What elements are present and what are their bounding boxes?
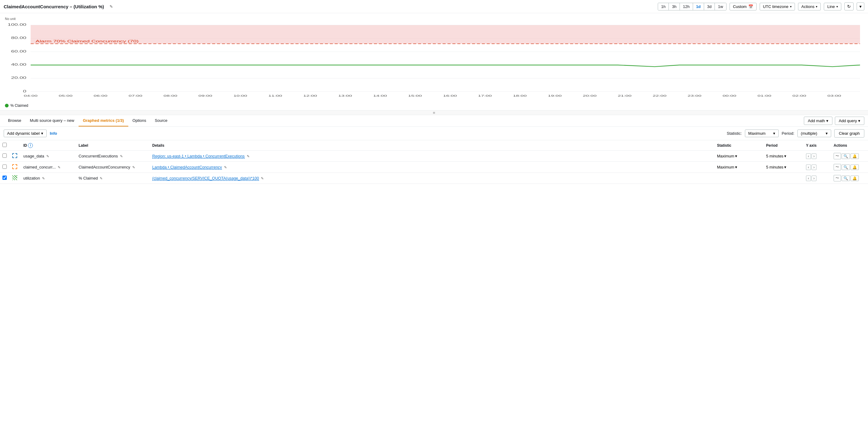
chevron-down-icon: ▾ <box>826 131 828 136</box>
row2-checkbox[interactable] <box>2 164 7 169</box>
chart-type-selector[interactable]: Line ▾ <box>824 3 841 10</box>
chevron-down-icon: ▾ <box>773 131 775 136</box>
row3-details-cell: (claimed_concurrency/SERVICE_QUOTA(usage… <box>150 173 715 184</box>
row3-label-edit-icon[interactable]: ✎ <box>100 177 102 180</box>
svg-text:0: 0 <box>23 89 26 93</box>
tab-browse[interactable]: Browse <box>4 115 26 126</box>
add-dynamic-label-button[interactable]: Add dynamic label ▾ <box>4 129 46 137</box>
clear-graph-button[interactable]: Clear graph <box>834 129 864 137</box>
row2-label-edit-icon[interactable]: ✎ <box>132 165 135 169</box>
svg-text:00:00: 00:00 <box>722 94 736 97</box>
time-12h[interactable]: 12h <box>680 3 693 10</box>
time-3d[interactable]: 3d <box>704 3 715 10</box>
svg-text:11:00: 11:00 <box>268 94 282 97</box>
chart-area[interactable]: 100.00 80.00 60.00 40.00 20.00 0 Alarm 7… <box>5 22 863 102</box>
title-edit-icon[interactable]: ✎ <box>110 4 113 9</box>
metrics-table: ID i Label Details Statistic Period Y ax… <box>0 140 868 184</box>
row2-actions-cell: 〜 🔍 🔔 <box>831 162 868 173</box>
refresh-button[interactable]: ↻ <box>844 2 854 10</box>
time-1d[interactable]: 1d <box>693 3 704 10</box>
row2-period-selector[interactable]: 5 minutes ▾ <box>766 165 786 169</box>
row2-yaxis-nav: ‹ › <box>806 164 829 170</box>
more-options-button[interactable]: ▾ <box>857 2 864 10</box>
col-header-label: Label <box>76 140 150 151</box>
table-row: utilization ✎ % Claimed ✎ (claimed_concu… <box>0 173 868 184</box>
row2-alarm-icon[interactable]: 🔔 <box>850 164 859 170</box>
tab-options[interactable]: Options <box>128 115 151 126</box>
row3-graph-icon[interactable]: 〜 <box>834 175 841 181</box>
row3-detail-edit-icon[interactable]: ✎ <box>261 177 264 180</box>
row3-checkbox[interactable] <box>2 176 7 180</box>
row1-yaxis-right[interactable]: › <box>811 153 816 159</box>
row1-stat-selector[interactable]: Maximum ▾ <box>717 154 737 158</box>
row2-id-edit-icon[interactable]: ✎ <box>58 165 60 169</box>
svg-text:23:00: 23:00 <box>687 94 701 97</box>
time-1h[interactable]: 1h <box>658 3 669 10</box>
row1-label-edit-icon[interactable]: ✎ <box>120 154 123 158</box>
row1-detail-edit-icon[interactable]: ✎ <box>247 154 250 158</box>
row2-graph-icon[interactable]: 〜 <box>834 164 841 170</box>
legend-color-dot <box>5 104 9 107</box>
row1-check-cell <box>0 151 10 162</box>
row1-graph-icon[interactable]: 〜 <box>834 153 841 159</box>
chart-svg: 100.00 80.00 60.00 40.00 20.00 0 Alarm 7… <box>5 22 863 102</box>
row3-search-icon[interactable]: 🔍 <box>842 176 850 181</box>
svg-text:04:00: 04:00 <box>24 94 37 97</box>
row3-details-link[interactable]: (claimed_concurrency/SERVICE_QUOTA(usage… <box>152 176 259 181</box>
tab-source[interactable]: Source <box>150 115 172 126</box>
row1-color-indicator <box>12 153 17 158</box>
row1-search-icon[interactable]: 🔍 <box>842 153 850 159</box>
row2-label-cell: ClaimedAccountConcurrency ✎ <box>76 162 150 173</box>
statistic-selector[interactable]: Maximum ▾ <box>745 129 779 137</box>
svg-text:01:00: 01:00 <box>757 94 771 97</box>
row1-period-cell: 5 minutes ▾ <box>764 151 804 162</box>
row1-alarm-icon[interactable]: 🔔 <box>850 153 859 159</box>
row3-label: % Claimed <box>79 176 98 181</box>
select-all-checkbox[interactable] <box>2 143 7 147</box>
y-axis-label: No unit <box>5 17 863 21</box>
row1-details-link[interactable]: Region: us-east-1 • Lambda • ConcurrentE… <box>152 154 245 159</box>
col-header-check <box>0 140 10 151</box>
svg-text:22:00: 22:00 <box>653 94 666 97</box>
metrics-right-controls: Statistic: Maximum ▾ Period: (multiple) … <box>727 129 864 137</box>
svg-text:13:00: 13:00 <box>338 94 352 97</box>
row1-id-edit-icon[interactable]: ✎ <box>46 154 49 158</box>
row1-yaxis-left[interactable]: ‹ <box>806 153 811 159</box>
row2-details-link[interactable]: Lambda • ClaimedAccountConcurrency <box>152 165 222 170</box>
tab-graphed-metrics[interactable]: Graphed metrics (1/3) <box>79 115 128 126</box>
metrics-toolbar: Add dynamic label ▾ Info Statistic: Maxi… <box>0 127 868 140</box>
add-query-button[interactable]: Add query ▾ <box>835 117 864 125</box>
row2-yaxis-left[interactable]: ‹ <box>806 164 811 170</box>
row1-period-selector[interactable]: 5 minutes ▾ <box>766 154 786 158</box>
statistic-label: Statistic: <box>727 131 742 136</box>
svg-text:80.00: 80.00 <box>11 36 26 40</box>
period-selector[interactable]: (multiple) ▾ <box>797 129 831 137</box>
time-1w[interactable]: 1w <box>715 3 726 10</box>
row3-id-edit-icon[interactable]: ✎ <box>42 177 45 180</box>
page-header: ClaimedAccountConcurrency – (Utilization… <box>0 0 868 13</box>
add-math-button[interactable]: Add math ▾ <box>804 117 832 125</box>
row1-checkbox[interactable] <box>2 153 7 158</box>
time-3h[interactable]: 3h <box>669 3 680 10</box>
tab-multi-source[interactable]: Multi source query – new <box>26 115 79 126</box>
row1-label-cell: ConcurrentExecutions ✎ <box>76 151 150 162</box>
custom-time-button[interactable]: Custom 📅 <box>730 3 756 10</box>
row3-color-indicator <box>12 175 17 180</box>
timezone-selector[interactable]: UTC timezone ▾ <box>760 3 795 10</box>
actions-button[interactable]: Actions ▾ <box>798 3 821 10</box>
col-header-period: Period <box>764 140 804 151</box>
row3-yaxis-left[interactable]: ‹ <box>806 176 811 181</box>
row2-yaxis-right[interactable]: › <box>811 164 816 170</box>
row2-detail-edit-icon[interactable]: ✎ <box>224 165 227 169</box>
row3-id: utilization <box>23 176 40 181</box>
resize-handle[interactable]: ≡ <box>0 110 868 115</box>
row2-search-icon[interactable]: 🔍 <box>842 164 850 170</box>
row2-stat-selector[interactable]: Maximum ▾ <box>717 165 737 169</box>
row1-yaxis-cell: ‹ › <box>804 151 831 162</box>
row3-yaxis-right[interactable]: › <box>811 176 816 181</box>
id-info-icon[interactable]: i <box>28 143 33 148</box>
row1-id: usage_data <box>23 154 44 158</box>
row3-alarm-icon[interactable]: 🔔 <box>850 176 859 181</box>
svg-text:40.00: 40.00 <box>11 63 26 66</box>
chart-container: No unit 100.00 80.00 60.00 40.00 20.00 0… <box>0 13 868 110</box>
